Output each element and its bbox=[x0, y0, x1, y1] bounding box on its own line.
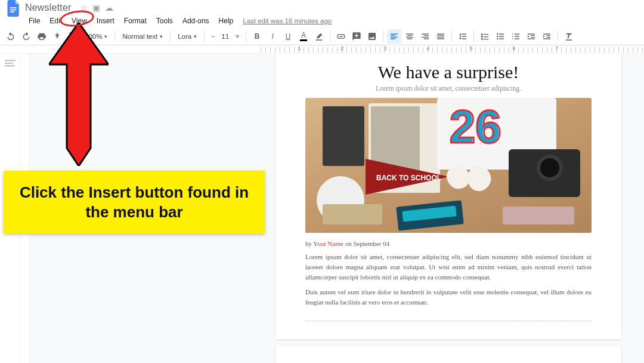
ruler-number: 3 bbox=[383, 45, 386, 51]
byline-prefix: by bbox=[305, 240, 313, 247]
align-center-button[interactable] bbox=[402, 29, 417, 44]
svg-text:26: 26 bbox=[450, 101, 501, 153]
toolbar-separator bbox=[204, 31, 205, 42]
menu-view[interactable]: View bbox=[67, 16, 92, 26]
print-button[interactable] bbox=[35, 29, 49, 44]
ruler-number: 4 bbox=[426, 45, 429, 51]
insert-image-button[interactable] bbox=[365, 29, 379, 44]
toolbar-separator bbox=[558, 31, 558, 42]
zoom-value: 100% bbox=[85, 33, 102, 40]
menu-addons[interactable]: Add-ons bbox=[178, 16, 214, 26]
toolbar: 100%▾ Normal text▾ Lora▾ − 11 + B I U A bbox=[0, 27, 644, 45]
ruler-number: 1 bbox=[298, 45, 301, 51]
menu-bar: File Edit View Insert Format Tools Add-o… bbox=[0, 14, 644, 27]
toolbar-separator bbox=[114, 31, 115, 42]
svg-rect-7 bbox=[5, 63, 13, 64]
toolbar-separator bbox=[383, 31, 383, 42]
toolbar-separator bbox=[330, 31, 330, 42]
menu-edit[interactable]: Edit bbox=[45, 16, 67, 26]
annotation-callout: Click the Insert button found in the men… bbox=[4, 171, 265, 233]
toolbar-separator bbox=[246, 31, 246, 42]
insert-link-button[interactable] bbox=[334, 29, 348, 44]
ruler-number: 7 bbox=[555, 45, 558, 51]
italic-button[interactable]: I bbox=[265, 29, 280, 44]
svg-rect-8 bbox=[5, 65, 15, 66]
menu-tools[interactable]: Tools bbox=[151, 16, 178, 26]
style-value: Normal text bbox=[122, 33, 157, 40]
clear-formatting-button[interactable] bbox=[562, 29, 576, 44]
doc-paragraph[interactable]: Lorem ipsum dolor sit amet, consectetuer… bbox=[305, 252, 592, 282]
doc-subhead[interactable]: Lorem ipsum dolor sit amet, consectetuer… bbox=[305, 85, 592, 92]
svg-text:BACK TO SCHOOL: BACK TO SCHOOL bbox=[376, 174, 441, 182]
align-left-button[interactable] bbox=[387, 29, 401, 44]
annotation-text: Click the Insert button found in the men… bbox=[19, 183, 249, 222]
doc-byline[interactable]: by Your Name on September 04 bbox=[305, 240, 592, 247]
horizontal-ruler[interactable]: 1 2 3 4 5 6 7 bbox=[0, 45, 644, 54]
svg-point-5 bbox=[497, 38, 499, 39]
caret-down-icon: ▾ bbox=[104, 33, 107, 39]
bold-button[interactable]: B bbox=[250, 29, 264, 44]
svg-rect-2 bbox=[10, 11, 14, 13]
paint-format-button[interactable] bbox=[66, 29, 80, 44]
title-bar: Newsletter ☆ ▣ ☁ bbox=[0, 0, 644, 14]
align-justify-button[interactable] bbox=[434, 29, 448, 44]
line-spacing-button[interactable] bbox=[456, 29, 470, 44]
highlight-button[interactable] bbox=[312, 29, 326, 44]
cloud-status-icon[interactable]: ☁ bbox=[105, 3, 113, 13]
docs-logo-icon[interactable] bbox=[7, 0, 20, 17]
toolbar-separator bbox=[170, 31, 171, 42]
increase-indent-button[interactable] bbox=[540, 29, 554, 44]
document-page[interactable]: We have a surprise! Lorem ipsum dolor si… bbox=[275, 54, 621, 339]
toolbar-separator bbox=[451, 31, 452, 42]
numbered-list-button[interactable] bbox=[509, 29, 523, 44]
spellcheck-button[interactable] bbox=[50, 29, 64, 44]
star-icon[interactable]: ☆ bbox=[80, 3, 88, 13]
doc-paragraph[interactable]: Duis autem vel eum iriure dolor in hendr… bbox=[305, 287, 592, 307]
svg-point-3 bbox=[497, 33, 499, 35]
decrease-indent-button[interactable] bbox=[524, 29, 538, 44]
byline-date: on September 04 bbox=[343, 240, 389, 247]
font-size-increase[interactable]: + bbox=[233, 29, 242, 44]
menu-help[interactable]: Help bbox=[214, 16, 239, 26]
menu-file[interactable]: File bbox=[24, 16, 45, 26]
document-page[interactable]: THIS WEEK'S TOP STORIES bbox=[275, 346, 621, 363]
hero-image[interactable]: 26 26 BACK TO SCHOOL bbox=[305, 98, 592, 233]
move-icon[interactable]: ▣ bbox=[92, 3, 100, 13]
svg-rect-1 bbox=[10, 10, 17, 11]
ruler-number: 5 bbox=[469, 45, 472, 51]
toolbar-separator bbox=[473, 31, 474, 42]
font-size-combo[interactable]: 11 bbox=[219, 30, 231, 43]
ruler-number: 2 bbox=[340, 45, 343, 51]
redo-button[interactable] bbox=[19, 29, 33, 44]
font-combo[interactable]: Lora▾ bbox=[174, 30, 200, 43]
menu-format[interactable]: Format bbox=[119, 16, 151, 26]
caret-down-icon: ▾ bbox=[160, 33, 163, 39]
font-size-decrease[interactable]: − bbox=[208, 29, 218, 44]
zoom-combo[interactable]: 100%▾ bbox=[81, 30, 111, 43]
svg-point-4 bbox=[497, 35, 499, 37]
paragraph-style-combo[interactable]: Normal text▾ bbox=[119, 30, 166, 43]
underline-button[interactable]: U bbox=[281, 29, 295, 44]
ruler-number: 6 bbox=[512, 45, 515, 51]
undo-button[interactable] bbox=[4, 29, 18, 44]
add-comment-button[interactable] bbox=[349, 29, 364, 44]
font-value: Lora bbox=[178, 33, 191, 40]
document-title[interactable]: Newsletter bbox=[25, 2, 72, 13]
align-right-button[interactable] bbox=[418, 29, 432, 44]
text-color-button[interactable]: A bbox=[296, 29, 311, 44]
menu-insert[interactable]: Insert bbox=[92, 16, 119, 26]
svg-rect-0 bbox=[10, 7, 17, 8]
last-edit-link[interactable]: Last edit was 16 minutes ago bbox=[243, 17, 332, 24]
font-size-value: 11 bbox=[221, 33, 229, 40]
outline-icon[interactable] bbox=[5, 60, 16, 68]
svg-rect-6 bbox=[5, 60, 16, 61]
divider-dotted bbox=[305, 321, 592, 321]
checklist-button[interactable] bbox=[478, 29, 492, 44]
bulleted-list-button[interactable] bbox=[493, 29, 507, 44]
caret-down-icon: ▾ bbox=[194, 33, 197, 39]
doc-headline[interactable]: We have a surprise! bbox=[305, 62, 592, 82]
byline-author: Your Name bbox=[313, 240, 343, 247]
